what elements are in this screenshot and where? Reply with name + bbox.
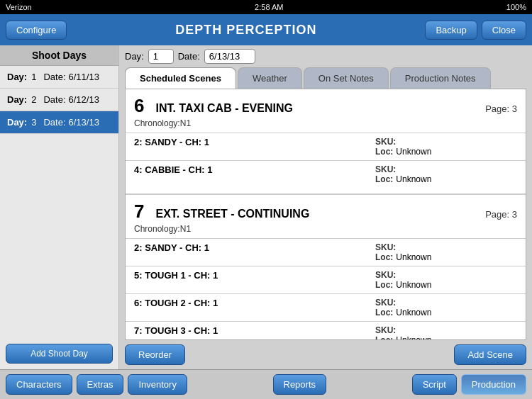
character-row: 4: CABBIE - CH: 1 SKU: Loc: Unknown	[126, 160, 526, 188]
character-name: 7: TOUGH 3 - CH: 1	[134, 325, 375, 336]
scene-header: 6 INT. TAXI CAB - EVENING Page: 3	[126, 89, 526, 118]
scene-chronology: Chronology:N1	[126, 118, 526, 133]
carrier: Verizon	[6, 3, 32, 11]
character-sku-loc: SKU: Loc: Unknown	[375, 325, 517, 340]
main-area: Shoot Days Day: 1 Date: 6/11/13 Day: 2 D…	[0, 45, 532, 369]
header: Configure DEPTH PERCEPTION Backup Close	[0, 14, 532, 45]
content-footer: Reorder Add Scene	[119, 340, 532, 369]
character-sku-loc: SKU: Loc: Unknown	[375, 164, 517, 184]
loc-label: Loc:	[375, 147, 393, 157]
add-shoot-day-button[interactable]: Add Shoot Day	[6, 344, 113, 364]
app-title: DEPTH PERCEPTION	[67, 23, 425, 38]
date-label: Date:	[43, 117, 65, 128]
time: 2:58 AM	[255, 3, 283, 11]
scene-page: Page: 3	[485, 103, 517, 114]
date-selector-label: Date:	[178, 51, 200, 62]
day-label: Day:	[7, 72, 27, 82]
character-name: 5: TOUGH 1 - CH: 1	[134, 270, 375, 281]
sku-label: SKU:	[375, 325, 396, 335]
loc-label: Loc:	[375, 252, 393, 262]
reports-button[interactable]: Reports	[273, 374, 327, 395]
tab-on-set-notes[interactable]: On Set Notes	[304, 67, 389, 89]
content-area: Day: Date: Scheduled Scenes Weather On S…	[119, 45, 532, 369]
scene-chronology: Chronology:N1	[126, 224, 526, 238]
scene-title: INT. TAXI CAB - EVENING	[155, 102, 474, 115]
close-button[interactable]: Close	[482, 21, 526, 40]
scene-item: 6 INT. TAXI CAB - EVENING Page: 3 Chrono…	[126, 89, 526, 188]
script-button[interactable]: Script	[412, 374, 457, 395]
sku-label: SKU:	[375, 242, 396, 252]
loc-label: Loc:	[375, 308, 393, 317]
add-scene-button[interactable]: Add Scene	[454, 344, 526, 365]
character-row: 7: TOUGH 3 - CH: 1 SKU: Loc: Unknown	[126, 321, 526, 340]
extras-button[interactable]: Extras	[77, 374, 124, 395]
character-name: 2: SANDY - CH: 1	[134, 242, 375, 253]
battery: 100%	[506, 3, 526, 11]
day-label: Day:	[7, 117, 27, 128]
character-row: 5: TOUGH 1 - CH: 1 SKU: Loc: Unknown	[126, 266, 526, 293]
shoot-days-title: Shoot Days	[0, 45, 118, 66]
date-label: Date:	[43, 72, 65, 82]
day-selector-label: Day:	[125, 51, 144, 62]
character-row: 2: SANDY - CH: 1 SKU: Loc: Unknown	[126, 238, 526, 266]
sidebar: Shoot Days Day: 1 Date: 6/11/13 Day: 2 D…	[0, 45, 119, 369]
scene-title: EXT. STREET - CONTINUING	[155, 208, 474, 220]
loc-label: Loc:	[375, 280, 393, 290]
date-input[interactable]	[204, 49, 255, 64]
backup-button[interactable]: Backup	[425, 21, 477, 40]
day-date: 6/13/13	[69, 117, 99, 128]
bottom-nav: Characters Extras Inventory Reports Scri…	[0, 369, 532, 399]
loc-value: Unknown	[396, 174, 431, 184]
character-name: 6: TOUGH 2 - CH: 1	[134, 298, 375, 308]
character-sku-loc: SKU: Loc: Unknown	[375, 242, 517, 262]
day-number: 2	[31, 94, 36, 105]
character-sku-loc: SKU: Loc: Unknown	[375, 298, 517, 317]
shoot-day-item[interactable]: Day: 2 Date: 6/12/13	[0, 89, 118, 111]
sku-label: SKU:	[375, 164, 396, 174]
status-bar: Verizon 2:58 AM 100%	[0, 0, 532, 14]
inventory-button[interactable]: Inventory	[128, 374, 187, 395]
day-selector: Day: Date:	[119, 45, 532, 67]
tab-bar: Scheduled Scenes Weather On Set Notes Pr…	[119, 67, 532, 89]
day-label: Day:	[7, 94, 27, 105]
character-row: 2: SANDY - CH: 1 SKU: Loc: Unknown	[126, 133, 526, 160]
sku-label: SKU:	[375, 270, 396, 280]
loc-label: Loc:	[375, 174, 393, 184]
loc-value: Unknown	[396, 280, 431, 290]
sidebar-footer: Add Shoot Day	[0, 338, 118, 369]
day-date: 6/12/13	[69, 94, 99, 105]
day-date: 6/11/13	[69, 72, 99, 82]
day-number-input[interactable]	[148, 49, 174, 64]
shoot-day-item[interactable]: Day: 1 Date: 6/11/13	[0, 66, 118, 89]
scene-number: 7	[134, 201, 144, 223]
tab-production-notes[interactable]: Production Notes	[390, 67, 491, 89]
sku-label: SKU:	[375, 137, 396, 147]
scene-page: Page: 3	[485, 209, 517, 220]
scene-item: 7 EXT. STREET - CONTINUING Page: 3 Chron…	[126, 195, 526, 340]
scene-header: 7 EXT. STREET - CONTINUING Page: 3	[126, 195, 526, 224]
loc-value: Unknown	[396, 335, 431, 340]
character-name: 2: SANDY - CH: 1	[134, 137, 375, 147]
date-label: Date:	[43, 94, 65, 105]
character-name: 4: CABBIE - CH: 1	[134, 164, 375, 175]
character-sku-loc: SKU: Loc: Unknown	[375, 270, 517, 290]
tab-scheduled-scenes[interactable]: Scheduled Scenes	[125, 67, 236, 89]
scene-number: 6	[134, 95, 144, 117]
characters-button[interactable]: Characters	[6, 374, 72, 395]
loc-value: Unknown	[396, 308, 431, 317]
loc-value: Unknown	[396, 147, 431, 157]
day-number: 3	[31, 117, 36, 128]
day-number: 1	[31, 72, 36, 82]
shoot-day-item-active[interactable]: Day: 3 Date: 6/13/13	[0, 111, 118, 134]
tab-weather[interactable]: Weather	[238, 67, 302, 89]
configure-button[interactable]: Configure	[6, 21, 67, 40]
scene-list: 6 INT. TAXI CAB - EVENING Page: 3 Chrono…	[125, 89, 526, 340]
loc-value: Unknown	[396, 252, 431, 262]
reorder-button[interactable]: Reorder	[125, 344, 185, 365]
sku-label: SKU:	[375, 298, 396, 308]
character-row: 6: TOUGH 2 - CH: 1 SKU: Loc: Unknown	[126, 293, 526, 321]
production-button[interactable]: Production	[461, 374, 526, 395]
loc-label: Loc:	[375, 335, 393, 340]
character-sku-loc: SKU: Loc: Unknown	[375, 137, 517, 157]
